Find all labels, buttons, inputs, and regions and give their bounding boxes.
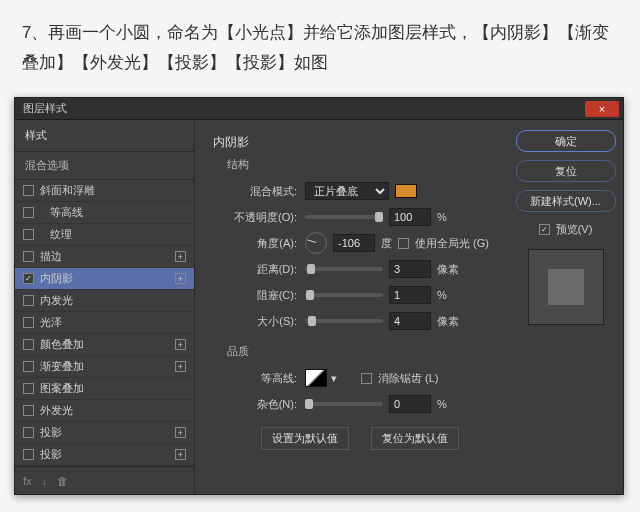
contour-label: 等高线: xyxy=(227,371,299,386)
sidebar-item-6[interactable]: 光泽 xyxy=(15,312,194,334)
fx-icon[interactable]: fx xyxy=(23,475,32,487)
sidebar-item-0[interactable]: 斜面和浮雕 xyxy=(15,180,194,202)
noise-input[interactable] xyxy=(389,395,431,413)
distance-slider[interactable] xyxy=(305,267,383,271)
noise-label: 杂色(N): xyxy=(227,397,299,412)
sidebar-item-4[interactable]: 内阴影+ xyxy=(15,268,194,290)
dialog-title: 图层样式 xyxy=(23,101,67,116)
size-unit: 像素 xyxy=(437,314,459,329)
distance-label: 距离(D): xyxy=(227,262,299,277)
sidebar-checkbox[interactable] xyxy=(23,207,34,218)
cancel-button[interactable]: 复位 xyxy=(516,160,616,182)
sidebar-checkbox[interactable] xyxy=(23,339,34,350)
distance-row: 距离(D): 像素 xyxy=(227,258,490,280)
sidebar-checkbox[interactable] xyxy=(23,295,34,306)
add-effect-icon[interactable]: + xyxy=(175,273,186,284)
sidebar-footer: fx ↓ 🗑 xyxy=(15,466,194,494)
sidebar-item-7[interactable]: 颜色叠加+ xyxy=(15,334,194,356)
sidebar-blending-options[interactable]: 混合选项 xyxy=(15,152,194,180)
sidebar-item-1[interactable]: 等高线 xyxy=(15,202,194,224)
new-style-button[interactable]: 新建样式(W)... xyxy=(516,190,616,212)
quality-group: 品质 等高线: ▾ 消除锯齿 (L) 杂色(N): % xyxy=(227,344,490,415)
sidebar-item-9[interactable]: 图案叠加 xyxy=(15,378,194,400)
distance-input[interactable] xyxy=(389,260,431,278)
angle-unit: 度 xyxy=(381,236,392,251)
choke-slider[interactable] xyxy=(305,293,383,297)
sidebar-checkbox[interactable] xyxy=(23,427,34,438)
size-input[interactable] xyxy=(389,312,431,330)
arrow-down-icon[interactable]: ↓ xyxy=(42,475,48,487)
preview-swatch xyxy=(548,269,584,305)
distance-unit: 像素 xyxy=(437,262,459,277)
noise-slider[interactable] xyxy=(305,402,383,406)
sidebar-item-11[interactable]: 投影+ xyxy=(15,422,194,444)
global-light-checkbox[interactable] xyxy=(398,238,409,249)
close-button[interactable]: × xyxy=(585,101,619,117)
blendmode-row: 混合模式: 正片叠底 xyxy=(227,180,490,202)
noise-row: 杂色(N): % xyxy=(227,393,490,415)
set-default-button[interactable]: 设置为默认值 xyxy=(261,427,349,450)
sidebar-item-label: 渐变叠加 xyxy=(40,359,84,374)
opacity-input[interactable] xyxy=(389,208,431,226)
sidebar-checkbox[interactable] xyxy=(23,273,34,284)
sidebar-checkbox[interactable] xyxy=(23,229,34,240)
quality-title: 品质 xyxy=(227,344,490,359)
contour-row: 等高线: ▾ 消除锯齿 (L) xyxy=(227,367,490,389)
add-effect-icon[interactable]: + xyxy=(175,449,186,460)
sidebar-item-label: 等高线 xyxy=(40,205,83,220)
angle-input[interactable] xyxy=(333,234,375,252)
sidebar-item-10[interactable]: 外发光 xyxy=(15,400,194,422)
add-effect-icon[interactable]: + xyxy=(175,251,186,262)
add-effect-icon[interactable]: + xyxy=(175,361,186,372)
ok-button[interactable]: 确定 xyxy=(516,130,616,152)
contour-swatch[interactable] xyxy=(305,369,327,387)
opacity-label: 不透明度(O): xyxy=(227,210,299,225)
choke-input[interactable] xyxy=(389,286,431,304)
sidebar-checkbox[interactable] xyxy=(23,383,34,394)
trash-icon[interactable]: 🗑 xyxy=(57,475,68,487)
angle-dial[interactable] xyxy=(305,232,327,254)
chevron-down-icon[interactable]: ▾ xyxy=(331,372,337,385)
sidebar-checkbox[interactable] xyxy=(23,251,34,262)
preview-checkbox[interactable] xyxy=(539,224,550,235)
preview-label: 预览(V) xyxy=(556,222,593,237)
opacity-row: 不透明度(O): % xyxy=(227,206,490,228)
reset-default-button[interactable]: 复位为默认值 xyxy=(371,427,459,450)
size-row: 大小(S): 像素 xyxy=(227,310,490,332)
choke-label: 阻塞(C): xyxy=(227,288,299,303)
sidebar-checkbox[interactable] xyxy=(23,317,34,328)
sidebar-item-5[interactable]: 内发光 xyxy=(15,290,194,312)
layer-style-dialog: 图层样式 × 样式 混合选项 斜面和浮雕等高线纹理描边+内阴影+内发光光泽颜色叠… xyxy=(14,97,624,495)
sidebar-item-3[interactable]: 描边+ xyxy=(15,246,194,268)
sidebar-item-label: 外发光 xyxy=(40,403,73,418)
antialias-checkbox[interactable] xyxy=(361,373,372,384)
sidebar-item-label: 投影 xyxy=(40,425,62,440)
right-column: 确定 复位 新建样式(W)... 预览(V) xyxy=(508,120,623,494)
sidebar-item-8[interactable]: 渐变叠加+ xyxy=(15,356,194,378)
sidebar-checkbox[interactable] xyxy=(23,449,34,460)
size-label: 大小(S): xyxy=(227,314,299,329)
close-icon: × xyxy=(599,103,605,115)
sidebar-header[interactable]: 样式 xyxy=(15,120,194,152)
sidebar-checkbox[interactable] xyxy=(23,405,34,416)
sidebar-checkbox[interactable] xyxy=(23,361,34,372)
sidebar-item-label: 描边 xyxy=(40,249,62,264)
angle-label: 角度(A): xyxy=(227,236,299,251)
sidebar-item-label: 斜面和浮雕 xyxy=(40,183,95,198)
sidebar-item-label: 内发光 xyxy=(40,293,73,308)
panel-title: 内阴影 xyxy=(213,134,490,151)
sidebar-item-12[interactable]: 投影+ xyxy=(15,444,194,466)
opacity-unit: % xyxy=(437,211,447,223)
choke-unit: % xyxy=(437,289,447,301)
color-swatch[interactable] xyxy=(395,184,417,198)
add-effect-icon[interactable]: + xyxy=(175,339,186,350)
blendmode-label: 混合模式: xyxy=(227,184,299,199)
structure-title: 结构 xyxy=(227,157,490,172)
blendmode-select[interactable]: 正片叠底 xyxy=(305,182,389,200)
sidebar-checkbox[interactable] xyxy=(23,185,34,196)
add-effect-icon[interactable]: + xyxy=(175,427,186,438)
size-slider[interactable] xyxy=(305,319,383,323)
opacity-slider[interactable] xyxy=(305,215,383,219)
sidebar-item-2[interactable]: 纹理 xyxy=(15,224,194,246)
titlebar[interactable]: 图层样式 × xyxy=(15,98,623,120)
